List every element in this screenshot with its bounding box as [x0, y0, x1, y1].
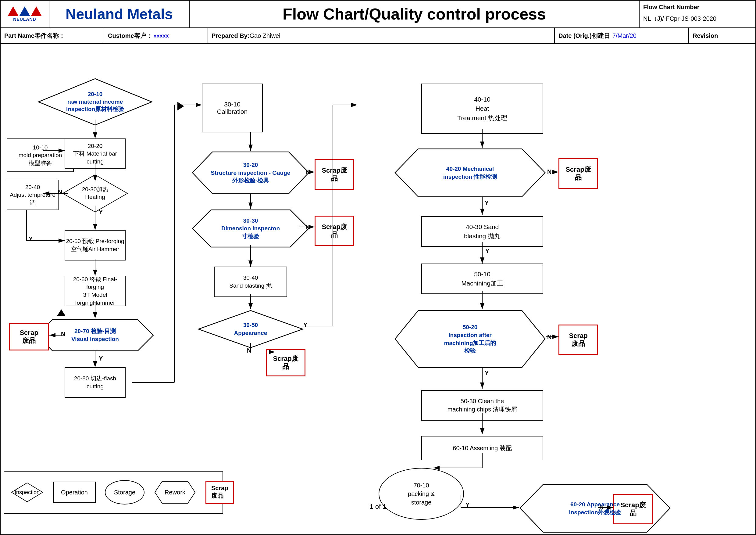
legend-border: Inspection Operation Storage: [4, 471, 223, 514]
legend-scrap: Scrap废品: [205, 481, 234, 504]
label-n-2030: N: [58, 189, 62, 196]
node-3010: 30-10Calibration: [202, 84, 263, 132]
legend-operation-label: Operation: [61, 489, 88, 496]
chart-title-area: Flow Chart/Quality control process: [190, 1, 639, 27]
node-6010: 60-10 Assemling 装配: [421, 436, 543, 460]
logo: NEULAND: [8, 6, 42, 22]
node-3030: 30-30 Dimension inspecton 寸检验: [191, 209, 310, 248]
legend-storage: Storage: [105, 480, 145, 504]
sub-header: Part Name零件名称： Custome客户： xxxxx Prepared…: [1, 28, 755, 44]
scrap-3020: Scrap废品: [314, 159, 354, 190]
label-y-2030: Y: [99, 209, 103, 216]
legend-operation: Operation: [53, 482, 96, 503]
label-y-2070: Y: [99, 355, 103, 362]
node-3040: 30-40Sand blasting 抛: [214, 267, 287, 297]
node-4020: 40-20 Mechanical inspection 性能检测: [394, 148, 546, 198]
prepared-value: Gao Zhiwei: [250, 32, 281, 39]
customer-value: xxxxx: [154, 32, 169, 39]
node-3050-text: 30-50 Appearance: [234, 321, 267, 337]
up-triangle-marker: [57, 309, 66, 316]
prepared-label: Prepared By:: [212, 32, 250, 39]
node-7010: 70-10packing &storage: [379, 468, 464, 520]
legend-scrap-label: Scrap废品: [211, 485, 228, 499]
logo-area: NEULAND: [1, 1, 49, 27]
legend-inspection: Inspection: [10, 482, 44, 503]
node-1010: 10-10mold preparation模型准备: [7, 138, 74, 172]
legend-storage-label: Storage: [114, 489, 135, 496]
legend-inspection-label: Inspection: [14, 489, 40, 496]
node-5020-text: 50-20 Inspection after machining加工后的 检验: [444, 323, 496, 355]
part-name-label: Part Name零件名称：: [4, 32, 65, 40]
part-name-cell: Part Name零件名称：: [1, 28, 104, 43]
label-n-2070: N: [61, 331, 65, 338]
revision-label: Revision: [692, 32, 718, 39]
label-y-3050: Y: [303, 322, 307, 328]
scrap-5020: Scrap废品: [558, 324, 598, 355]
node-4010: 40-10HeatTreatment 热处理: [421, 84, 543, 134]
node-2020: 20-20下料 Material barcutting: [65, 138, 125, 169]
customer-label: Custome客户：: [108, 32, 152, 40]
node-2010: 20-10 raw material income inspection原材料检…: [37, 77, 153, 126]
node-4030: 40-30 Sandblasting 抛丸: [421, 216, 543, 247]
scrap-3030: Scrap废品: [314, 216, 354, 246]
revision-cell: Revision: [688, 28, 755, 43]
logo-triangle-blue: [19, 6, 30, 16]
company-name-area: Neuland Metals: [49, 1, 190, 27]
logo-text: NEULAND: [8, 17, 42, 22]
chart-title: Flow Chart/Quality control process: [283, 5, 546, 23]
node-2070-text: 20-70 检验-目测 Visual inspection: [71, 327, 119, 343]
doc-num-value: NL（J)/-FCpr-JS-003-2020: [639, 12, 755, 25]
label-n-3030: N: [306, 224, 310, 231]
label-y-2040: Y: [29, 236, 33, 242]
label-n-3050: N: [247, 347, 251, 354]
node-3020: 30-20 Structure inspection - Gauge 外形检验-…: [191, 151, 310, 195]
label-n-3020: N: [306, 168, 310, 175]
node-2080: 20-80 切边-flashcutting: [65, 367, 125, 398]
node-5030: 50-30 Clean themachining chips 清理铁屑: [421, 390, 543, 421]
prepared-cell: Prepared By: Gao Zhiwei: [208, 28, 554, 43]
label-y-4030: Y: [485, 248, 489, 255]
right-arrow-marker: [177, 102, 184, 110]
node-2030-text: 20-30加热 Heating: [82, 186, 109, 201]
node-3050: 30-50 Appearance: [197, 309, 304, 349]
node-2050: 20-50 预锻 Pre-forging空气锤Air Hammer: [65, 230, 125, 261]
customer-cell: Custome客户： xxxxx: [104, 28, 208, 43]
label-y-5020: Y: [485, 370, 489, 377]
company-name: Neuland Metals: [66, 6, 173, 23]
date-label: Date (Orig.)创建日: [558, 32, 610, 40]
node-2070: 20-70 检验-目测 Visual inspection: [36, 319, 154, 352]
node-2040: 20-40Adjust tempreture调: [7, 180, 59, 210]
page-number: 1 of 1: [369, 503, 386, 511]
flowchart-area: 20-10 raw material income inspection原材料检…: [1, 44, 755, 517]
node-2010-text: 20-10 raw material income inspection原材料检…: [66, 91, 124, 113]
node-5020: 50-20 Inspection after machining加工后的 检验: [394, 309, 546, 369]
date-cell: Date (Orig.)创建日 7/Mar/20: [554, 28, 688, 43]
node-4020-text: 40-20 Mechanical inspection 性能检测: [443, 165, 497, 181]
label-y-7010: Y: [466, 501, 470, 508]
legend-rework-label: Rework: [165, 489, 185, 496]
label-n-4020: N: [547, 168, 552, 175]
scrap-3050: Scrap废品: [266, 349, 306, 377]
node-5010: 50-10Machining加工: [421, 264, 543, 294]
node-3030-text: 30-30 Dimension inspecton 寸检验: [221, 217, 280, 240]
node-2060: 20-60 终锻 Final-forging3T Model forgingHa…: [65, 276, 125, 306]
doc-num-label: Flow Chart Number: [639, 1, 755, 12]
header: NEULAND Neuland Metals Flow Chart/Qualit…: [1, 1, 755, 28]
legend-rework: Rework: [154, 480, 196, 504]
doc-number-area: Flow Chart Number NL（J)/-FCpr-JS-003-202…: [639, 1, 755, 27]
node-6020-text: 60-20 Appearance inspection外观检验: [569, 500, 621, 516]
node-3020-text: 30-20 Structure inspection - Gauge 外形检验-…: [211, 161, 290, 184]
label-n-5020: N: [547, 334, 552, 341]
node-2030: 20-30加热 Heating: [62, 174, 129, 213]
scrap-2070: Scrap废品: [9, 323, 49, 351]
scrap-4020: Scrap废品: [558, 158, 598, 189]
date-value: 7/Mar/20: [612, 32, 636, 39]
logo-triangle-red: [8, 6, 18, 16]
label-y-4020: Y: [485, 200, 489, 207]
logo-triangle-red2: [31, 6, 42, 16]
page: NEULAND Neuland Metals Flow Chart/Qualit…: [0, 0, 756, 535]
